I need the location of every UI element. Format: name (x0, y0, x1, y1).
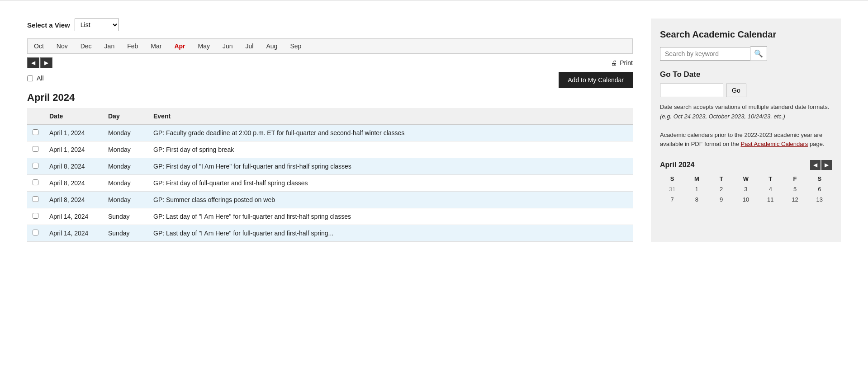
search-button[interactable]: 🔍 (750, 46, 767, 61)
month-nov[interactable]: Nov (50, 39, 74, 53)
row-checkbox[interactable] (33, 213, 38, 219)
all-row: All (27, 75, 44, 82)
row-checkbox[interactable] (33, 146, 38, 152)
mini-cal-day[interactable]: 12 (783, 194, 807, 205)
month-may[interactable]: May (192, 39, 216, 53)
left-panel: Select a View List Calendar Summary Oct … (27, 19, 633, 242)
month-feb[interactable]: Feb (121, 39, 144, 53)
row-day: Monday (103, 192, 148, 208)
row-checkbox-cell (27, 225, 44, 242)
print-button[interactable]: 🖨 Print (611, 59, 633, 66)
next-button[interactable]: ▶ (40, 57, 52, 68)
mini-cal-title: April 2024 (660, 161, 694, 169)
mini-cal-day[interactable]: 9 (709, 194, 734, 205)
row-checkbox[interactable] (33, 230, 38, 235)
month-aug[interactable]: Aug (260, 39, 284, 53)
table-header-row: Date Day Event (27, 108, 633, 125)
controls-and-all: ◀ ▶ 🖨 Print All Add to My Calendar (27, 54, 633, 88)
col-header-event: Event (148, 108, 633, 125)
row-event: GP: Last day of "I Am Here" for full-qua… (148, 208, 633, 225)
section-heading: April 2024 (27, 92, 633, 103)
goto-input[interactable] (660, 84, 723, 97)
month-sep[interactable]: Sep (284, 39, 308, 53)
prior-info: Academic calendars prior to the 2022-202… (660, 131, 832, 150)
mini-cal-day[interactable]: 10 (734, 194, 758, 205)
mini-cal-day[interactable]: 13 (807, 194, 832, 205)
row-checkbox[interactable] (33, 129, 38, 135)
mini-cal-th-s2: S (807, 174, 832, 184)
row-day: Sunday (103, 225, 148, 242)
mini-cal-table: S M T W T F S 3112345678910111213 (660, 174, 832, 205)
mini-cal-day[interactable]: 5 (783, 184, 807, 194)
month-nav: Oct Nov Dec Jan Feb Mar Apr May Jun Jul … (27, 38, 633, 54)
month-mar[interactable]: Mar (144, 39, 168, 53)
goto-row: Go (660, 84, 832, 97)
mini-cal-day[interactable]: 7 (660, 194, 684, 205)
month-apr[interactable]: Apr (168, 39, 191, 53)
row-date: April 14, 2024 (44, 208, 103, 225)
mini-cal-day[interactable]: 6 (807, 184, 832, 194)
search-input[interactable] (660, 47, 750, 61)
row-checkbox-cell (27, 141, 44, 158)
mini-cal-row: 78910111213 (660, 194, 832, 205)
events-table: Date Day Event April 1, 2024 Monday GP: … (27, 108, 633, 242)
goto-button[interactable]: Go (726, 84, 746, 97)
mini-cal-row: 31123456 (660, 184, 832, 194)
row-checkbox-cell (27, 158, 44, 175)
row-event: GP: First day of "I Am Here" for full-qu… (148, 158, 633, 175)
row-event: GP: Last day of "I Am Here" for full-qua… (148, 225, 633, 242)
printer-icon: 🖨 (611, 59, 617, 66)
row-event: GP: First day of spring break (148, 141, 633, 158)
search-title: Search Academic Calendar (660, 29, 832, 40)
row-date: April 1, 2024 (44, 141, 103, 158)
mini-cal-day[interactable]: 8 (684, 194, 709, 205)
view-select[interactable]: List Calendar Summary (75, 19, 119, 31)
row-date: April 8, 2024 (44, 158, 103, 175)
row-checkbox-cell (27, 125, 44, 141)
mini-cal-day[interactable]: 3 (734, 184, 758, 194)
table-row: April 8, 2024 Monday GP: Summer class of… (27, 192, 633, 208)
mini-cal-next[interactable]: ▶ (821, 160, 832, 170)
row-date: April 14, 2024 (44, 225, 103, 242)
mini-cal-day[interactable]: 1 (684, 184, 709, 194)
month-jan[interactable]: Jan (98, 39, 121, 53)
month-oct[interactable]: Oct (28, 39, 50, 53)
mini-cal-th-t1: T (709, 174, 734, 184)
mini-cal-day[interactable]: 11 (758, 194, 783, 205)
select-view-label: Select a View (27, 21, 70, 29)
mini-cal-th-f: F (783, 174, 807, 184)
all-checkbox[interactable] (27, 75, 33, 81)
table-row: April 8, 2024 Monday GP: First day of fu… (27, 175, 633, 192)
row-day: Monday (103, 158, 148, 175)
row-checkbox-cell (27, 208, 44, 225)
table-row: April 14, 2024 Sunday GP: Last day of "I… (27, 225, 633, 242)
mini-cal-day[interactable]: 4 (758, 184, 783, 194)
mini-cal-day[interactable]: 31 (660, 184, 684, 194)
mini-calendar: April 2024 ◀ ▶ S M T W T F S (660, 160, 832, 205)
right-panel: Search Academic Calendar 🔍 Go To Date Go… (651, 19, 841, 242)
month-dec[interactable]: Dec (74, 39, 98, 53)
month-jun[interactable]: Jun (216, 39, 239, 53)
date-format-example: e.g. Oct 24 2023, October 2023, 10/24/23… (662, 113, 783, 120)
col-header-date: Date (44, 108, 103, 125)
table-row: April 1, 2024 Monday GP: First day of sp… (27, 141, 633, 158)
row-day: Monday (103, 125, 148, 141)
mini-cal-prev[interactable]: ◀ (810, 160, 821, 170)
past-calendars-link[interactable]: Past Academic Calendars (740, 141, 808, 147)
row-day: Sunday (103, 208, 148, 225)
add-calendar-button[interactable]: Add to My Calendar (559, 72, 633, 88)
search-section: Search Academic Calendar 🔍 (660, 29, 832, 61)
row-checkbox[interactable] (33, 179, 38, 185)
mini-cal-day[interactable]: 2 (709, 184, 734, 194)
prev-button[interactable]: ◀ (27, 57, 39, 68)
mini-cal-header: April 2024 ◀ ▶ (660, 160, 832, 170)
row-date: April 8, 2024 (44, 192, 103, 208)
goto-section: Go To Date Go Date search accepts variat… (660, 70, 832, 122)
row-day: Monday (103, 141, 148, 158)
row-checkbox[interactable] (33, 196, 38, 202)
mini-cal-th-w: W (734, 174, 758, 184)
mini-cal-th-t2: T (758, 174, 783, 184)
month-jul[interactable]: Jul (239, 39, 260, 53)
mini-cal-th-m: M (684, 174, 709, 184)
row-checkbox[interactable] (33, 163, 38, 169)
